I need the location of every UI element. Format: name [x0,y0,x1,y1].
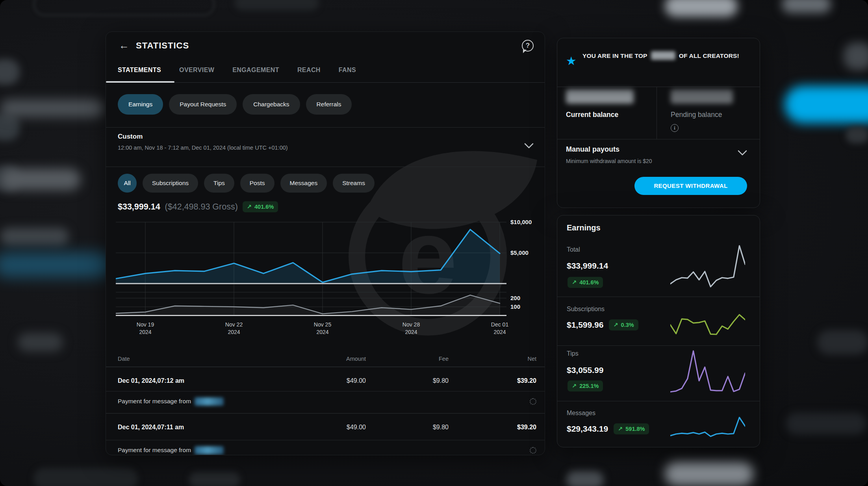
row-note: Payment for message from [118,398,191,405]
tab-overview[interactable]: OVERVIEW [179,67,214,74]
divider [106,391,545,391]
series-all[interactable]: All [118,174,137,193]
table-row[interactable]: Dec 01, 2024,07:12 am $49.00 $9.80 $39.2… [118,371,536,390]
banner-suffix: OF ALL CREATORS! [679,52,739,59]
earnings-row-value-row: $1,599.96 ↗ 0.3% [567,319,638,330]
change-value: 0.3% [621,322,634,328]
manual-payouts-title: Manual payouts [566,145,619,154]
star-icon: ★ [566,54,577,68]
redacted-percent [651,51,675,60]
divider [106,440,545,440]
col-net: Net [449,356,536,362]
redacted-name [195,397,224,406]
col-date: Date [118,356,275,362]
row-net: $39.20 [449,377,536,384]
tab-fans[interactable]: FANS [339,67,356,74]
help-bubble-tail [523,50,527,53]
series-tips[interactable]: Tips [204,174,234,193]
series-filter-pills: All Subscriptions Tips Posts Messages St… [118,174,375,193]
table-header: Date Amount Fee Net [118,353,536,364]
table-row[interactable]: Dec 01, 2024,07:11 am $49.00 $9.80 $39.2… [118,418,536,437]
filter-earnings[interactable]: Earnings [118,94,163,115]
chevron-down-icon[interactable] [524,143,534,149]
trend-up-icon: ↗ [613,322,618,328]
request-withdrawal-button[interactable]: REQUEST WITHDRAWAL [634,177,747,195]
sparkline-tips [670,349,745,395]
y-axis-tick-label: 200 [510,294,536,302]
loading-spinner-icon [530,398,536,405]
statistics-tabs: STATEMENTS OVERVIEW ENGAGEMENT REACH FAN… [118,67,356,74]
redacted-pending-balance [671,89,733,104]
tab-statements[interactable]: STATEMENTS [118,67,161,74]
earnings-row-label: Messages [567,410,595,417]
filter-referrals[interactable]: Referrals [306,94,352,115]
background-blur [33,468,138,486]
y-axis-tick-label: $10,000 [510,218,536,226]
series-messages[interactable]: Messages [280,174,327,193]
row-date: Dec 01, 2024,07:11 am [118,424,275,431]
series-streams[interactable]: Streams [333,174,375,193]
filter-payout-requests[interactable]: Payout Requests [169,94,237,115]
redacted-current-balance [566,89,634,104]
divider [557,345,760,346]
divider [657,87,657,139]
x-axis-tick-label: Nov 192024 [137,321,154,336]
help-icon[interactable]: ? [522,40,534,52]
series-subscriptions[interactable]: Subscriptions [143,174,198,193]
divider [106,127,545,128]
divider [106,413,545,414]
change-badge: ↗ 225.1% [568,380,603,391]
current-balance-label: Current balance [566,111,618,119]
filter-chargebacks[interactable]: Chargebacks [243,94,300,115]
trend-up-icon: ↗ [572,383,577,389]
x-axis-tick-label: Nov 222024 [225,321,243,336]
tab-reach[interactable]: REACH [297,67,321,74]
earnings-row-value: $29,343.19 [567,424,608,434]
background-blur [844,43,868,70]
background-blur [665,462,753,486]
change-badge: ↗ 591.8% [614,423,649,434]
balance-card: ★ YOU ARE IN THE TOPOF ALL CREATORS! Cur… [557,38,760,208]
top-creator-banner: YOU ARE IN THE TOPOF ALL CREATORS! [582,50,741,62]
statement-filter-pills: Earnings Payout Requests Chargebacks Ref… [118,94,352,115]
change-value: 591.8% [625,426,645,432]
background-blur [782,0,831,13]
back-arrow-icon[interactable]: ← [118,39,130,52]
background-blur [786,413,866,434]
table-row-description: Payment for message from [118,396,536,407]
trend-up-icon: ↗ [572,279,577,286]
info-icon[interactable]: i [671,124,679,132]
statistics-panel: e ← STATISTICS ? STATEMENTS OVERVIEW ENG… [106,32,545,455]
x-axis-tick-label: Nov 282024 [402,321,420,336]
sparkline-total [670,244,745,290]
date-range-label[interactable]: Custom [118,133,143,141]
row-net: $39.20 [449,424,536,431]
background-blur [18,333,63,352]
background-blur [665,0,738,17]
trend-up-icon: ↗ [618,426,623,432]
row-note: Payment for message from [118,447,191,454]
earnings-row-value: $1,599.96 [567,320,603,330]
trend-up-icon: ↗ [247,204,252,210]
earnings-card-title: Earnings [567,223,601,232]
x-axis-tick-label: Nov 252024 [314,321,331,336]
earnings-chart[interactable]: $10,000$5,000200100Nov 192024Nov 222024N… [116,217,537,340]
background-blur [817,330,868,354]
change-badge: ↗ 401.6% [243,201,278,212]
net-total: $33,999.14 [118,202,160,212]
earnings-row-value: $3,055.99 [567,365,603,375]
col-fee: Fee [366,356,449,362]
gross-total: ($42,498.93 Gross) [165,202,238,212]
earnings-card: Earnings Total $33,999.14 ↗ 401.6% Subsc… [557,215,760,447]
series-posts[interactable]: Posts [240,174,274,193]
pending-balance-label: Pending balance [671,111,722,119]
background-blur [234,0,319,11]
background-blur [0,252,112,278]
app-background: e ← STATISTICS ? STATEMENTS OVERVIEW ENG… [0,0,868,486]
active-tab-underline [106,81,174,83]
background-blur-blue-button [785,86,868,123]
chevron-down-icon[interactable] [738,150,747,156]
background-blur [0,99,104,117]
tab-engagement[interactable]: ENGAGEMENT [232,67,279,74]
earnings-row-label: Total [567,246,580,253]
